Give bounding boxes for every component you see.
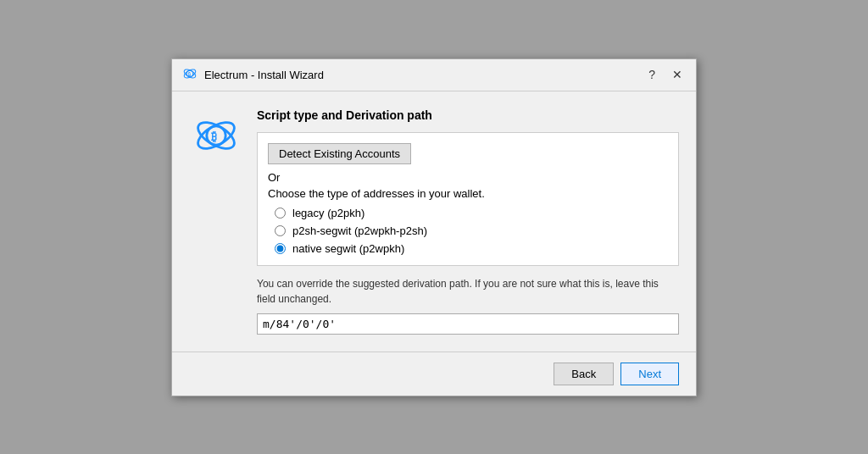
or-text: Or (268, 171, 668, 184)
svg-text:₿: ₿ (211, 129, 217, 142)
radio-p2sh[interactable]: p2sh-segwit (p2wpkh-p2sh) (275, 224, 668, 237)
back-button[interactable]: Back (554, 363, 614, 385)
radio-native-label: native segwit (p2wpkh) (292, 242, 404, 255)
next-button[interactable]: Next (620, 363, 679, 385)
derivation-section: You can override the suggested derivatio… (257, 276, 679, 335)
radio-p2sh-input[interactable] (275, 225, 286, 236)
detect-accounts-button[interactable]: Detect Existing Accounts (268, 143, 411, 164)
radio-legacy[interactable]: legacy (p2pkh) (275, 207, 668, 219)
radio-legacy-label: legacy (p2pkh) (292, 207, 364, 219)
wizard-body: ₿ Script type and Derivation path Detect… (172, 91, 696, 352)
window-title: Electrum - Install Wizard (204, 69, 324, 81)
svg-text:₿: ₿ (188, 71, 191, 76)
radio-legacy-input[interactable] (275, 208, 286, 219)
radio-group: legacy (p2pkh) p2sh-segwit (p2wpkh-p2sh)… (268, 207, 668, 255)
wizard-footer: Back Next (172, 352, 696, 396)
title-bar: ₿ Electrum - Install Wizard ? ✕ (172, 59, 696, 91)
section-title: Script type and Derivation path (257, 108, 679, 122)
derivation-input[interactable] (257, 313, 679, 335)
derivation-info: You can override the suggested derivatio… (257, 276, 679, 307)
close-button[interactable]: ✕ (669, 67, 686, 82)
electrum-icon: ₿ (182, 66, 198, 84)
wizard-content: Script type and Derivation path Detect E… (257, 108, 679, 335)
wizard-left-icon: ₿ (189, 108, 243, 335)
radio-native[interactable]: native segwit (p2wpkh) (275, 242, 668, 255)
content-box: Detect Existing Accounts Or Choose the t… (257, 132, 679, 266)
title-bar-controls: ? ✕ (645, 67, 686, 82)
choose-text: Choose the type of addresses in your wal… (268, 187, 668, 200)
wizard-window: ₿ Electrum - Install Wizard ? ✕ ₿ Script… (171, 58, 697, 396)
radio-p2sh-label: p2sh-segwit (p2wpkh-p2sh) (292, 224, 427, 237)
title-bar-left: ₿ Electrum - Install Wizard (182, 66, 324, 84)
radio-native-input[interactable] (275, 243, 286, 254)
help-button[interactable]: ? (645, 67, 659, 82)
